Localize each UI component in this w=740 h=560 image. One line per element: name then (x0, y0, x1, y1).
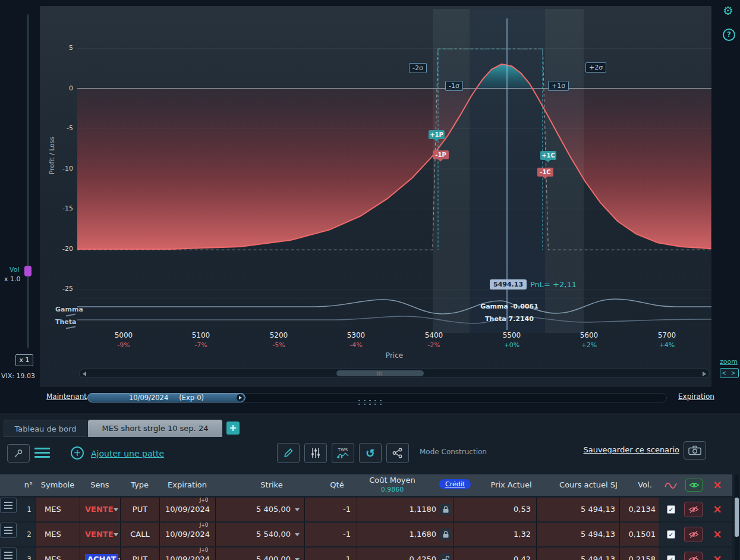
sigma-plus2-tag: +2σ (585, 62, 606, 73)
x-tick: 5400-2% (416, 331, 452, 349)
x-tick: 5700+4% (649, 331, 685, 349)
price-lock-button[interactable] (440, 504, 451, 515)
panel-resize-handle[interactable] (357, 399, 384, 405)
scrollbar-thumb[interactable] (735, 498, 739, 537)
vol-slider-handle[interactable] (24, 266, 32, 276)
show-all-legs-eye-icon[interactable] (685, 479, 703, 492)
price-unlock-button[interactable] (440, 553, 451, 560)
lock-closed-icon (442, 530, 449, 539)
add-leg-link[interactable]: Ajouter une patte (91, 449, 164, 458)
history-button[interactable]: ↺ (359, 443, 382, 463)
volatility-curve-icon[interactable] (665, 480, 678, 492)
short-call-marker[interactable]: -1C (537, 168, 553, 177)
mode-construction-label: Mode Construction (420, 448, 487, 456)
leg-enabled-checkbox[interactable]: ✓ (667, 555, 675, 560)
price-lock-button[interactable] (440, 528, 451, 540)
delete-all-button[interactable]: × (710, 474, 725, 496)
scrollbar-thumb[interactable]: ||| (336, 370, 424, 376)
y-tick: 5 (55, 44, 73, 52)
side-dropdown[interactable]: VENTE (80, 523, 120, 546)
short-put-marker[interactable]: -1P (433, 150, 449, 159)
tab-dashboard[interactable]: Tableau de bord (4, 420, 87, 437)
chart-horizontal-scrollbar[interactable]: ||| (79, 369, 710, 378)
leg-enabled-checkbox[interactable]: ✓ (667, 505, 675, 514)
row-menu-button[interactable] (0, 548, 17, 560)
tab-strategy-active[interactable]: MES short strgle 10 sep. 24 (88, 420, 222, 437)
hide-leg-button[interactable] (684, 552, 703, 560)
zoom-in-out-buttons[interactable]: < > (720, 368, 739, 378)
tws-chart-button[interactable]: TWS (332, 443, 354, 463)
x-tick: 5600+2% (571, 331, 607, 349)
credit-badge[interactable]: Crédit (439, 479, 471, 489)
row-menu-button[interactable] (0, 498, 17, 513)
side-dropdown[interactable]: VENTE (80, 498, 120, 521)
side-value: VENTE (85, 523, 114, 546)
vol-slider-track[interactable] (27, 14, 29, 348)
timeline-step-forward-button[interactable] (237, 394, 244, 401)
avg-cost-cell[interactable]: 1,1680 (357, 523, 453, 546)
pin-button[interactable] (7, 444, 30, 463)
leg-enabled-checkbox[interactable]: ✓ (667, 530, 675, 539)
type-cell[interactable]: CALL (120, 523, 159, 546)
timeline-date-slider[interactable]: 10/09/2024 (Exp-0) (87, 393, 245, 402)
parameters-tool-button[interactable] (304, 443, 327, 463)
y-tick: -15 (55, 205, 73, 213)
caret-down-icon (295, 533, 300, 536)
menu-button[interactable] (34, 448, 50, 460)
tws-label: TWS (338, 448, 348, 452)
header-expiration: Expiration (159, 474, 215, 496)
delete-leg-button[interactable]: × (710, 498, 725, 521)
screenshot-button[interactable] (684, 441, 706, 460)
current-price-badge: 5494.13 (490, 279, 527, 290)
strategy-panel: Tableau de bord MES short strgle 10 sep.… (0, 413, 740, 560)
gamma-readout: Gamma -0.0061 (465, 303, 554, 310)
row-menu-button[interactable] (0, 523, 17, 538)
add-tab-button[interactable]: + (226, 421, 240, 435)
strike-dropdown[interactable]: 5 400,00 (215, 548, 304, 560)
side-dropdown[interactable]: ACHAT (80, 548, 120, 560)
qty-cell[interactable]: -1 (304, 498, 357, 521)
x-tick: 5100-7% (183, 331, 219, 349)
long-call-marker[interactable]: +1C (540, 151, 556, 160)
strike-dropdown[interactable]: 5 540,00 (215, 523, 304, 546)
header-avg-cost: Coût Moyen (357, 476, 428, 485)
zoom-link[interactable]: zoom (720, 358, 738, 366)
vol-reset-button[interactable]: x 1 (15, 354, 33, 366)
share-button[interactable] (386, 443, 409, 463)
save-scenario-link[interactable]: Sauvegarder ce scenario (583, 445, 679, 454)
delete-leg-button[interactable]: × (710, 548, 725, 560)
caret-down-icon (114, 508, 118, 511)
qty-cell[interactable]: 1 (304, 548, 357, 560)
timeline-expiration-link[interactable]: Expiration (678, 392, 714, 401)
table-vertical-scrollbar[interactable] (735, 474, 739, 560)
hide-leg-button[interactable] (684, 502, 703, 517)
type-cell[interactable]: PUT (120, 548, 159, 560)
timeline-now-link[interactable]: Maintenant (46, 392, 87, 401)
avg-cost-cell[interactable]: 1,1180 (357, 498, 453, 521)
qty-cell[interactable]: -1 (304, 523, 357, 546)
expiration-date: 10/09/2024 (165, 530, 210, 539)
options-strategy-app: ⚙ ? zoom < > Vol x 1.0 x 1 VIX: 19.03 Pr… (0, 0, 740, 560)
payoff-plot-canvas[interactable] (77, 9, 711, 333)
add-leg-plus-icon[interactable]: + (71, 446, 84, 460)
leg-row-3: 3 MES ACHAT PUT J+0 10/09/2024 5 400,00 … (0, 548, 732, 560)
help-icon[interactable]: ? (723, 29, 735, 41)
play-icon (239, 396, 242, 399)
expiration-cell[interactable]: J+0 10/09/2024 (159, 498, 215, 521)
scroll-right-icon[interactable] (703, 372, 706, 376)
avg-cost-cell[interactable]: 0,4250 (357, 548, 453, 560)
sliders-icon (310, 447, 322, 459)
payoff-plot-area[interactable]: -2σ -1σ +1σ +2σ +1P -1P +1C -1C 5494.13 … (77, 9, 711, 333)
hide-leg-button[interactable] (684, 527, 703, 542)
draw-tool-button[interactable] (277, 443, 300, 463)
settings-gear-icon[interactable]: ⚙ (723, 4, 733, 18)
delete-leg-button[interactable]: × (710, 523, 725, 546)
scroll-left-icon[interactable] (83, 372, 86, 376)
type-cell[interactable]: PUT (120, 498, 159, 521)
expiration-cell[interactable]: J+0 10/09/2024 (159, 548, 215, 560)
lock-closed-icon (442, 505, 449, 514)
strike-dropdown[interactable]: 5 405,00 (215, 498, 304, 521)
long-put-marker[interactable]: +1P (429, 130, 445, 139)
expiration-cell[interactable]: J+0 10/09/2024 (159, 523, 215, 546)
underlying-price-cell: 5 494,13 (536, 548, 619, 560)
